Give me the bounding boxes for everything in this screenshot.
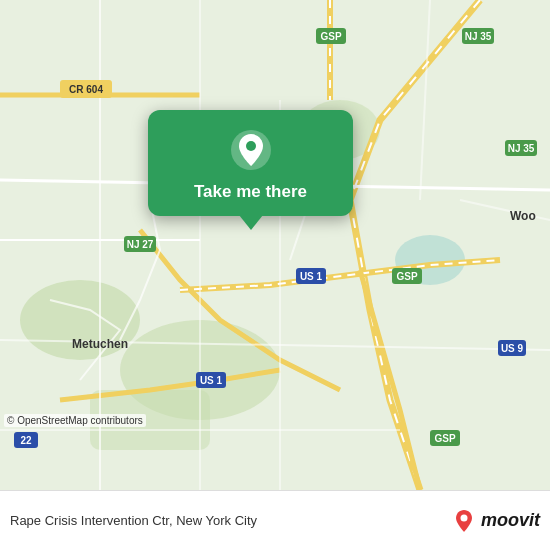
svg-text:US 1: US 1 [300, 271, 323, 282]
svg-text:GSP: GSP [396, 271, 417, 282]
svg-text:US 9: US 9 [501, 343, 524, 354]
svg-point-44 [460, 514, 467, 521]
popup-button-label[interactable]: Take me there [194, 182, 307, 202]
svg-text:CR 604: CR 604 [69, 84, 103, 95]
attribution-text: © OpenStreetMap contributors [7, 415, 143, 426]
location-label: Rape Crisis Intervention Ctr, New York C… [10, 513, 257, 528]
svg-text:Woo: Woo [510, 209, 536, 223]
svg-text:Metuchen: Metuchen [72, 337, 128, 351]
svg-text:US 1: US 1 [200, 375, 223, 386]
svg-text:22: 22 [20, 435, 32, 446]
bottom-bar: Rape Crisis Intervention Ctr, New York C… [0, 490, 550, 550]
svg-text:NJ 27: NJ 27 [127, 239, 154, 250]
svg-text:GSP: GSP [320, 31, 341, 42]
moovit-logo: moovit [451, 508, 540, 534]
moovit-icon [451, 508, 477, 534]
location-pin-icon [229, 128, 273, 172]
moovit-brand-text: moovit [481, 510, 540, 531]
map-attribution: © OpenStreetMap contributors [4, 414, 146, 427]
svg-text:NJ 35: NJ 35 [508, 143, 535, 154]
map-area: CR 604 GSP NJ 35 NJ 35 NJ 27 US 1 US 1 G… [0, 0, 550, 490]
svg-text:NJ 35: NJ 35 [465, 31, 492, 42]
take-me-there-popup[interactable]: Take me there [148, 110, 353, 216]
svg-point-43 [246, 141, 256, 151]
svg-text:GSP: GSP [434, 433, 455, 444]
